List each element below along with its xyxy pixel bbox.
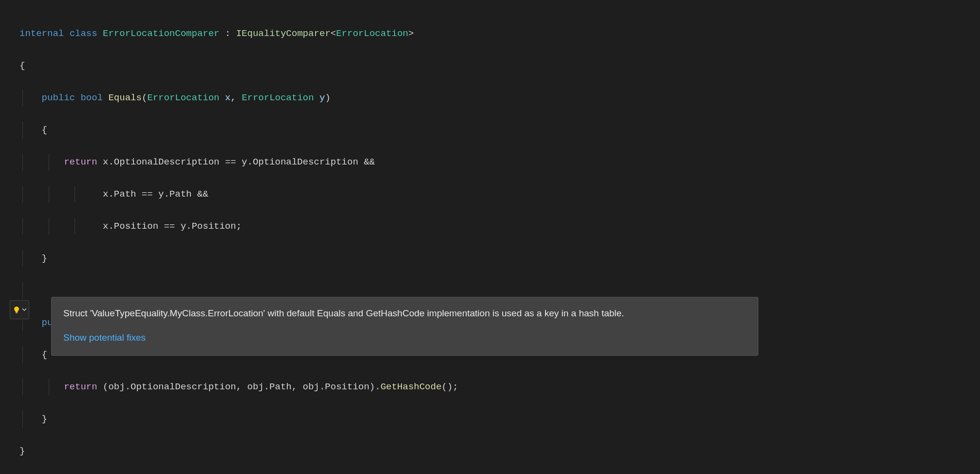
expr: x.Position == y.Position; [103, 221, 242, 232]
keyword-public: public [42, 92, 75, 103]
lt: < [331, 28, 336, 39]
open-brace: { [19, 60, 25, 71]
quick-actions-button[interactable] [10, 300, 29, 319]
param-x: x [220, 92, 231, 103]
close-brace: } [42, 414, 47, 424]
svg-rect-0 [16, 312, 18, 313]
lparen: ( [142, 92, 147, 103]
show-potential-fixes-link[interactable]: Show potential fixes [63, 330, 146, 345]
open-brace: { [42, 125, 47, 135]
interface-name: IEqualityComparer [236, 28, 331, 39]
method-equals: Equals [108, 92, 141, 103]
chevron-down-icon [22, 302, 27, 318]
comma: , [230, 92, 242, 103]
close-brace: } [42, 253, 47, 264]
keyword-internal: internal [19, 28, 64, 39]
keyword-class: class [70, 28, 97, 39]
rparen: ) [325, 92, 330, 103]
code-editor[interactable]: internal class ErrorLocationComparer : I… [0, 0, 980, 474]
gt: > [408, 28, 414, 39]
class-name: ErrorLocationComparer [103, 28, 219, 39]
type-param: ErrorLocation [336, 28, 408, 39]
param-type: ErrorLocation [147, 92, 219, 103]
tail: (); [442, 382, 458, 392]
expr: x.Path == y.Path && [103, 189, 208, 200]
expr: (obj.OptionalDescription, obj.Path, obj.… [97, 382, 381, 392]
close-brace: } [19, 446, 25, 456]
keyword-bool: bool [80, 92, 103, 103]
open-brace: { [42, 349, 47, 360]
keyword-return: return [64, 157, 97, 167]
colon: : [220, 28, 236, 39]
param-type: ErrorLocation [242, 92, 314, 103]
keyword-return: return [64, 382, 97, 392]
diagnostic-tooltip: Struct 'ValueTypeEquality.MyClass.ErrorL… [51, 297, 758, 356]
expr: x.OptionalDescription == y.OptionalDescr… [97, 157, 375, 167]
lightbulb-icon [12, 306, 21, 314]
tooltip-message: Struct 'ValueTypeEquality.MyClass.ErrorL… [63, 306, 746, 321]
call-gethashcode: GetHashCode [380, 382, 441, 392]
param-y: y [314, 92, 325, 103]
